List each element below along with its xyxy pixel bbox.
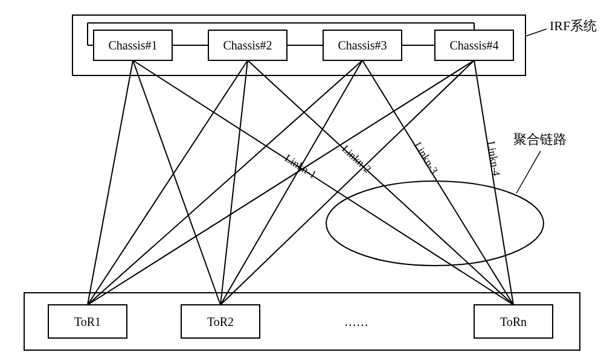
aggregate-label-leader [516, 151, 541, 193]
aggregate-link-label: 聚合链路 [513, 132, 567, 147]
tor-group-box [24, 293, 580, 350]
chassis-4-label: Chassis#4 [449, 39, 498, 52]
chassis-3-label: Chassis#3 [338, 39, 387, 52]
link-c1-tn [133, 60, 513, 305]
irf-system-label: IRF系统 [550, 18, 597, 33]
tor-n-label: ToRn [500, 315, 527, 328]
link-c2-t1 [88, 60, 248, 305]
link-c1-t1 [88, 60, 133, 305]
chassis-1-label: Chassis#1 [108, 39, 157, 52]
aggregate-link-ellipse [326, 181, 544, 266]
link-n2-label: Linkn-2 [339, 142, 373, 175]
network-diagram: IRF系统 Chassis#1 Chassis#2 Chassis#3 Chas… [0, 0, 604, 364]
tor-1-label: ToR1 [74, 315, 101, 328]
link-n3-label: Linkn-3 [412, 140, 440, 176]
irf-label-leader [525, 29, 547, 36]
link-c3-tn [362, 60, 513, 305]
tor-2-label: ToR2 [207, 315, 234, 328]
link-n4-label: Linkn-4 [485, 140, 503, 176]
link-c4-t2 [220, 60, 474, 305]
link-c3-t2 [220, 60, 362, 305]
link-c2-tn [248, 60, 513, 305]
link-n1-label: Linkn-1 [283, 152, 319, 181]
tor-ellipsis: …… [344, 315, 368, 328]
link-c4-tn [474, 60, 513, 305]
chassis-2-label: Chassis#2 [223, 39, 272, 52]
